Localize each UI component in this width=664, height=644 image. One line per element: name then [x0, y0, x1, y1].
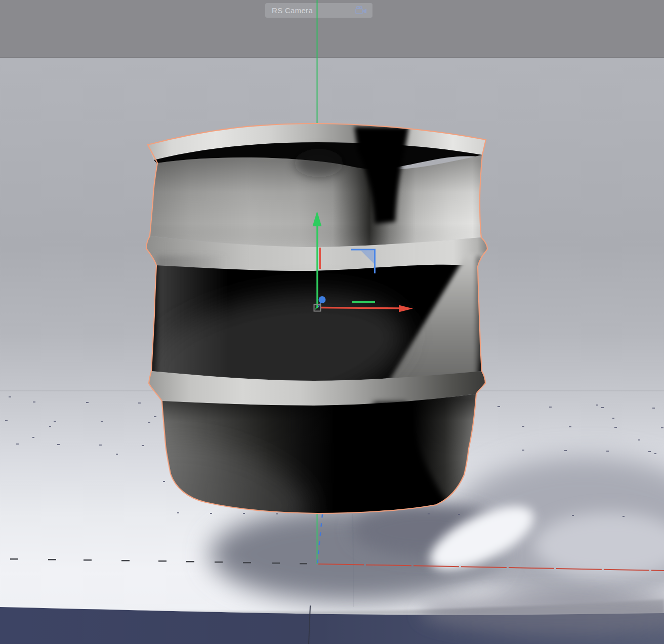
- floor-far-edge: [152, 599, 664, 615]
- floor-band-plane: [0, 607, 664, 644]
- barrel-smudge: [295, 149, 343, 177]
- floor-band-shadow: [420, 592, 664, 635]
- shadow-highlight-crescent: [421, 493, 543, 583]
- oil-drum-object[interactable]: [116, 124, 487, 553]
- gizmo-plane-handle-red[interactable]: [319, 248, 321, 269]
- gizmo-x-axis-handle[interactable]: [320, 308, 400, 309]
- world-x-axis-hidden-dashes: [10, 558, 307, 565]
- camera-label-pill[interactable]: RS Camera: [265, 3, 372, 18]
- floor-seam: [353, 514, 354, 607]
- world-x-axis: [318, 564, 664, 571]
- camera-label: RS Camera: [272, 6, 313, 15]
- shadow-right-inner-light: [534, 512, 664, 579]
- gizmo-z-axis-handle[interactable]: [319, 296, 326, 303]
- shadow-right-blob: [444, 456, 664, 606]
- gizmo-plane-handle-green[interactable]: [352, 301, 375, 303]
- world-z-axis-dashed: [317, 514, 322, 563]
- shadow-left-blob: [210, 506, 499, 602]
- floor-band-seam: [309, 606, 310, 644]
- camera-icon: [354, 5, 369, 16]
- viewport-3d[interactable]: RS Camera: [0, 0, 664, 644]
